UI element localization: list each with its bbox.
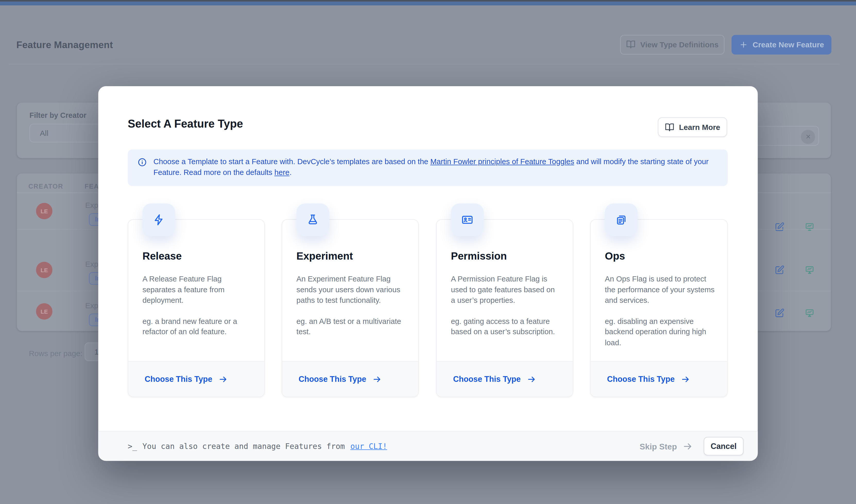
- lightning-icon: [142, 203, 175, 236]
- screen: Feature Management View Type Definitions…: [0, 0, 856, 504]
- feature-type-card-experiment: Experiment An Experiment Feature Flag se…: [282, 219, 419, 397]
- book-open-icon: [626, 40, 635, 49]
- cli-hint-text: You can also create and manage Features …: [142, 442, 345, 450]
- analytics-board-icon[interactable]: [805, 222, 815, 232]
- edit-icon[interactable]: [775, 265, 784, 274]
- learn-more-button[interactable]: Learn More: [658, 117, 727, 137]
- edit-icon[interactable]: [775, 222, 784, 232]
- column-header-creator: CREATOR: [28, 182, 63, 190]
- book-open-icon: [665, 123, 674, 132]
- id-card-icon: [451, 203, 484, 236]
- card-example-text: eg. gating access to a feature based on …: [451, 316, 561, 337]
- cli-hint: >_ You can also create and manage Featur…: [128, 442, 387, 450]
- feature-type-card-release: Release A Release Feature Flag separates…: [128, 219, 265, 397]
- choose-this-type-label: Choose This Type: [145, 375, 212, 383]
- card-description-text: A Release Feature Flag separates a featu…: [142, 274, 252, 306]
- avatar: LE: [36, 303, 53, 320]
- card-footer: Choose This Type: [591, 361, 727, 396]
- banner-text-part: .: [289, 168, 292, 177]
- avatar: LE: [36, 262, 53, 278]
- cancel-label: Cancel: [711, 442, 737, 450]
- card-footer: Choose This Type: [128, 361, 264, 396]
- cancel-button[interactable]: Cancel: [704, 437, 744, 455]
- card-example-text: eg. a brand new feature or a refactor of…: [142, 316, 252, 337]
- header-divider: [9, 64, 840, 64]
- card-title: Permission: [451, 250, 507, 263]
- x-icon: [805, 133, 811, 140]
- card-example-text: eg. an A/B test or a multivariate test.: [296, 316, 406, 337]
- card-example-text: eg. disabling an expensive backend opera…: [605, 316, 715, 348]
- edit-icon[interactable]: [775, 308, 784, 318]
- banner-text: Choose a Template to start a Feature wit…: [153, 157, 718, 178]
- card-description-text: A Permission Feature Flag is used to gat…: [451, 274, 561, 306]
- clear-search-button[interactable]: [801, 129, 815, 144]
- arrow-right-icon: [682, 441, 693, 451]
- analytics-board-icon[interactable]: [805, 265, 815, 274]
- documents-icon: [605, 203, 638, 236]
- filter-by-creator-label: Filter by Creator: [29, 111, 86, 119]
- analytics-board-icon[interactable]: [805, 308, 815, 318]
- rows-per-page-label: Rows per page:: [29, 349, 82, 358]
- modal-footer: >_ You can also create and manage Featur…: [98, 431, 758, 461]
- select-feature-type-modal: Select A Feature Type Learn More Choose …: [98, 86, 758, 461]
- choose-this-type-button[interactable]: Choose This Type: [145, 374, 228, 383]
- arrow-right-icon: [681, 374, 690, 383]
- choose-this-type-button[interactable]: Choose This Type: [299, 374, 382, 383]
- card-title: Experiment: [296, 250, 353, 263]
- modal-title: Select A Feature Type: [128, 117, 243, 130]
- card-title: Release: [142, 250, 182, 263]
- learn-more-label: Learn More: [679, 123, 720, 131]
- skip-step-label: Skip Step: [640, 442, 677, 451]
- arrow-right-icon: [372, 374, 381, 383]
- template-info-banner: Choose a Template to start a Feature wit…: [128, 149, 728, 186]
- creator-filter-value: All: [40, 128, 48, 137]
- arrow-right-icon: [218, 374, 228, 383]
- choose-this-type-label: Choose This Type: [453, 375, 521, 383]
- flask-icon: [296, 203, 329, 236]
- choose-this-type-label: Choose This Type: [607, 375, 674, 383]
- defaults-here-link[interactable]: here: [275, 168, 290, 177]
- choose-this-type-button[interactable]: Choose This Type: [607, 374, 690, 383]
- skip-step-button[interactable]: Skip Step: [640, 441, 693, 451]
- arrow-right-icon: [527, 374, 536, 383]
- banner-text-part: Choose a Template to start a Feature wit…: [153, 158, 430, 166]
- card-description: An Ops Flag is used to protect the perfo…: [605, 274, 715, 358]
- card-title: Ops: [605, 250, 625, 263]
- card-description: A Release Feature Flag separates a featu…: [142, 274, 252, 347]
- view-type-definitions-label: View Type Definitions: [640, 40, 718, 49]
- view-type-definitions-button[interactable]: View Type Definitions: [620, 35, 724, 54]
- create-new-feature-button[interactable]: Create New Feature: [732, 35, 832, 54]
- cli-link[interactable]: our CLI!: [350, 442, 387, 450]
- card-footer: Choose This Type: [282, 361, 418, 396]
- create-new-feature-label: Create New Feature: [753, 40, 824, 49]
- choose-this-type-button[interactable]: Choose This Type: [453, 374, 536, 383]
- choose-this-type-label: Choose This Type: [299, 375, 366, 383]
- card-description-text: An Experiment Feature Flag sends your us…: [296, 274, 406, 306]
- card-description-text: An Ops Flag is used to protect the perfo…: [605, 274, 715, 306]
- card-description: An Experiment Feature Flag sends your us…: [296, 274, 406, 347]
- terminal-prompt-icon: >_: [128, 442, 137, 450]
- plus-icon: [739, 40, 748, 49]
- feature-type-card-ops: Ops An Ops Flag is used to protect the p…: [590, 219, 728, 397]
- modal-footer-actions: Skip Step Cancel: [640, 437, 744, 455]
- feature-type-card-permission: Permission A Permission Feature Flag is …: [436, 219, 573, 397]
- app-top-bar: [0, 1, 856, 5]
- info-icon: [138, 158, 147, 167]
- avatar: LE: [36, 203, 53, 219]
- card-footer: Choose This Type: [437, 361, 573, 396]
- martin-fowler-link[interactable]: Martin Fowler principles of Feature Togg…: [430, 158, 574, 166]
- card-description: A Permission Feature Flag is used to gat…: [451, 274, 561, 347]
- page-title: Feature Management: [16, 39, 113, 51]
